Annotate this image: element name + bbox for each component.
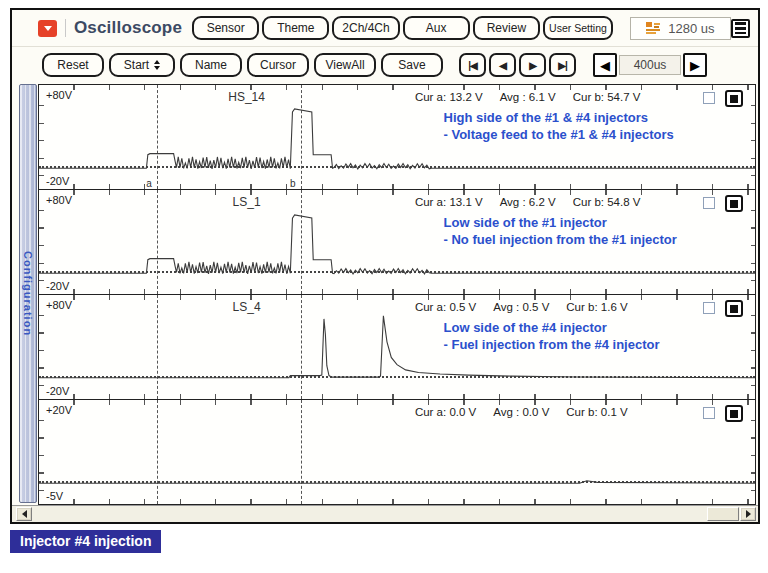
channel-visibility-checkbox[interactable] xyxy=(703,197,715,209)
measurements: Cur a: 0.5 V Avg : 0.5 V Cur b: 1.6 V xyxy=(415,301,628,313)
avg-value: Avg : 6.1 V xyxy=(500,91,556,103)
divider xyxy=(65,19,66,37)
annotation-line2: - Voltage feed to the #1 & #4 injectors xyxy=(444,126,674,143)
window-menu-button[interactable] xyxy=(731,19,750,38)
menu-icon xyxy=(735,22,746,25)
avg-value: Avg : 0.0 V xyxy=(493,406,549,418)
timebase-control: ◀ 400us ▶ xyxy=(593,53,707,77)
cursor-a-value: Cur a: 13.2 V xyxy=(415,91,483,103)
scroll-right-button[interactable] xyxy=(740,507,756,521)
timebase-decrease-button[interactable]: ◀ xyxy=(593,53,617,77)
range-max-label: +80V xyxy=(46,194,72,206)
sample-time-display: 1280 us xyxy=(630,17,731,40)
scrollbar-thumb[interactable] xyxy=(707,507,739,521)
annotation-line2: - No fuel injection from the #1 injector xyxy=(444,231,677,248)
save-button[interactable]: Save xyxy=(381,53,443,77)
range-min-label: -5V xyxy=(46,490,63,502)
channel-display-button[interactable] xyxy=(725,195,743,212)
configuration-tab[interactable]: Configuration xyxy=(19,84,37,503)
start-label: Start xyxy=(124,58,149,72)
filled-square-icon xyxy=(730,410,738,418)
cursor-button[interactable]: Cursor xyxy=(247,53,309,77)
avg-value: Avg : 0.5 V xyxy=(493,301,549,313)
toolbar-main: Oscilloscope Sensor Theme 2Ch/4Ch Aux Re… xyxy=(12,10,758,47)
timebase-value: 400us xyxy=(619,55,681,75)
next-frame-button[interactable]: ▶ xyxy=(519,53,546,77)
playback-controls: |◀ ◀ ▶ ▶| xyxy=(459,53,576,77)
channel-visibility-checkbox[interactable] xyxy=(703,302,715,314)
first-frame-button[interactable]: |◀ xyxy=(459,53,486,77)
scroll-left-button[interactable] xyxy=(16,507,32,521)
channel-mode-button[interactable]: 2Ch/4Ch xyxy=(332,16,399,40)
cursor-b-value: Cur b: 0.1 V xyxy=(566,406,627,418)
cursor-b-label: b xyxy=(290,178,296,189)
channel-display-button[interactable] xyxy=(725,405,743,422)
range-max-label: +80V xyxy=(46,299,72,311)
annotation: Low side of the #1 injector - No fuel in… xyxy=(444,214,677,248)
configuration-tab-label: Configuration xyxy=(22,251,34,336)
cursor-b-value: Cur b: 54.8 V xyxy=(573,196,641,208)
horizontal-scrollbar[interactable] xyxy=(12,505,758,522)
waveform-ch4 xyxy=(39,400,755,504)
annotation-line1: Low side of the #1 injector xyxy=(444,214,677,231)
menu-icon xyxy=(735,27,746,30)
sample-time-value: 1280 us xyxy=(668,21,714,36)
annotation-line1: High side of the #1 & #4 injectors xyxy=(444,109,674,126)
filled-square-icon xyxy=(730,200,738,208)
annotation: High side of the #1 & #4 injectors - Vol… xyxy=(444,109,674,143)
annotation: Low side of the #4 injector - Fuel injec… xyxy=(444,319,660,353)
cursor-a-value: Cur a: 0.5 V xyxy=(415,301,476,313)
range-max-label: +20V xyxy=(46,404,72,416)
measurements: Cur a: 13.2 V Avg : 6.1 V Cur b: 54.7 V xyxy=(415,91,641,103)
caption-badge: Injector #4 injection xyxy=(10,530,161,553)
prev-frame-button[interactable]: ◀ xyxy=(489,53,516,77)
last-frame-button[interactable]: ▶| xyxy=(549,53,576,77)
annotation-line2: - Fuel injection from the #4 injector xyxy=(444,336,660,353)
cursor-b-value: Cur b: 1.6 V xyxy=(566,301,627,313)
filled-square-icon xyxy=(730,95,738,103)
cursor-a-value: Cur a: 13.1 V xyxy=(415,196,483,208)
review-button[interactable]: Review xyxy=(473,16,540,40)
annotation-line1: Low side of the #4 injector xyxy=(444,319,660,336)
chevron-down-icon xyxy=(44,26,52,31)
channel-display-button[interactable] xyxy=(725,90,743,107)
start-button[interactable]: Start xyxy=(109,53,175,77)
channel-panel-4: +20V -5V Cur a: 0.0 V Avg : 0.0 V Cur b:… xyxy=(38,399,756,505)
channel-panel-3: +80V -20V LS_4 Cur a: 0.5 V Avg : 0.5 V … xyxy=(38,294,756,400)
name-button[interactable]: Name xyxy=(180,53,242,77)
channel-visibility-checkbox[interactable] xyxy=(703,407,715,419)
sample-rate-icon xyxy=(646,22,661,34)
left-arrow-icon xyxy=(22,510,27,518)
app-title: Oscilloscope xyxy=(74,18,182,38)
menu-icon xyxy=(735,32,746,34)
channel-display-button[interactable] xyxy=(725,300,743,317)
channel-name: LS_4 xyxy=(233,300,261,314)
channel-visibility-checkbox[interactable] xyxy=(703,92,715,104)
reset-button[interactable]: Reset xyxy=(42,53,104,77)
right-arrow-icon xyxy=(746,510,751,518)
filled-square-icon xyxy=(730,305,738,313)
theme-button[interactable]: Theme xyxy=(262,16,329,40)
channel-panel-2: +80V -20V LS_1 Cur a: 13.1 V Avg : 6.2 V… xyxy=(38,189,756,295)
range-min-label: -20V xyxy=(46,385,69,397)
cursor-a-label: a xyxy=(146,178,152,189)
cursor-a-value: Cur a: 0.0 V xyxy=(415,406,476,418)
user-setting-button[interactable]: User Setting xyxy=(543,16,613,40)
oscilloscope-window: Oscilloscope Sensor Theme 2Ch/4Ch Aux Re… xyxy=(10,8,760,524)
range-min-label: -20V xyxy=(46,175,69,187)
aux-button[interactable]: Aux xyxy=(403,16,470,40)
range-min-label: -20V xyxy=(46,280,69,292)
measurements: Cur a: 13.1 V Avg : 6.2 V Cur b: 54.8 V xyxy=(415,196,641,208)
toolbar-secondary: Reset Start Name Cursor ViewAll Save |◀ … xyxy=(12,47,758,83)
cursor-b-value: Cur b: 54.7 V xyxy=(573,91,641,103)
channel-area: +80V -20V HS_14 Cur a: 13.2 V Avg : 6.1 … xyxy=(38,84,756,505)
sensor-button[interactable]: Sensor xyxy=(192,16,259,40)
range-max-label: +80V xyxy=(46,89,72,101)
app-menu-button[interactable] xyxy=(38,20,57,37)
channel-name: HS_14 xyxy=(228,90,265,104)
measurements: Cur a: 0.0 V Avg : 0.0 V Cur b: 0.1 V xyxy=(415,406,628,418)
avg-value: Avg : 6.2 V xyxy=(500,196,556,208)
viewall-button[interactable]: ViewAll xyxy=(314,53,376,77)
spinner-icon xyxy=(154,60,160,70)
timebase-increase-button[interactable]: ▶ xyxy=(683,53,707,77)
